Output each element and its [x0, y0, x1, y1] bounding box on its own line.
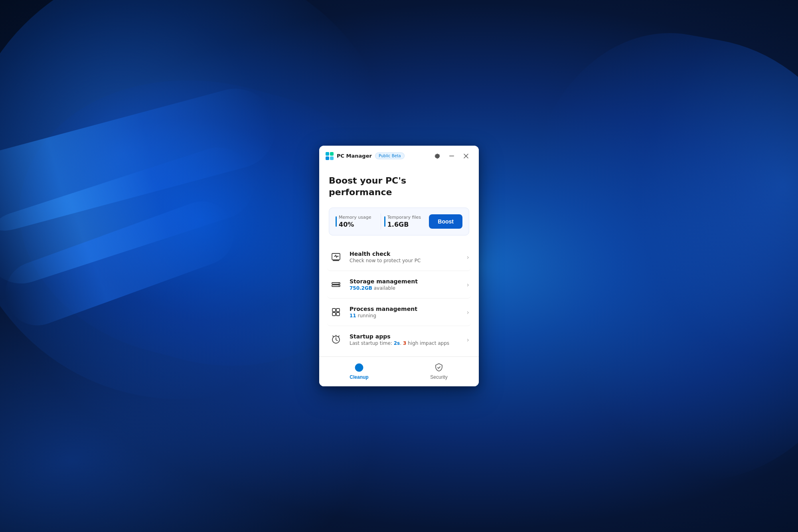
health-check-title: Health check: [350, 251, 460, 257]
memory-stat: Memory usage 40%: [336, 215, 377, 228]
storage-management-item[interactable]: Storage management 750.2GB available ›: [327, 271, 471, 299]
app-window: PC Manager Public Beta Bo: [319, 146, 479, 386]
security-icon: [434, 362, 444, 373]
close-button[interactable]: [460, 150, 472, 162]
process-management-title: Process management: [350, 306, 460, 312]
storage-management-text: Storage management 750.2GB available: [350, 278, 460, 291]
app-title: PC Manager: [337, 153, 372, 159]
temp-files-stat: Temporary files 1.6GB: [384, 215, 426, 228]
memory-label: Memory usage: [339, 215, 377, 220]
cleanup-icon: [354, 362, 364, 373]
svg-rect-8: [332, 312, 336, 316]
beta-badge: Public Beta: [375, 152, 405, 159]
startup-apps-chevron: ›: [467, 336, 469, 344]
svg-rect-0: [449, 156, 454, 156]
health-check-text: Health check Check now to protect your P…: [350, 251, 460, 263]
svg-rect-9: [336, 312, 340, 316]
logo-sq-2: [330, 152, 334, 156]
storage-available-suffix: available: [372, 285, 395, 291]
cleanup-label: Cleanup: [350, 374, 368, 380]
page-heading: Boost your PC's performance: [329, 175, 469, 198]
startup-apps-title: Startup apps: [350, 333, 460, 340]
process-running-suffix: running: [356, 313, 376, 318]
startup-impact-suffix: high impact apps: [406, 340, 449, 346]
process-management-text: Process management 11 running: [350, 306, 460, 318]
health-check-item[interactable]: Health check Check now to protect your P…: [327, 243, 471, 271]
security-label: Security: [430, 374, 447, 380]
svg-point-5: [338, 285, 339, 286]
logo-sq-3: [326, 156, 329, 160]
storage-management-icon: [329, 277, 343, 292]
startup-impact-count: 3: [403, 340, 406, 346]
startup-apps-text: Startup apps Last startup time: 2s. 3 hi…: [350, 333, 460, 346]
health-check-subtitle: Check now to protect your PC: [350, 258, 460, 263]
minimize-button[interactable]: [445, 150, 458, 162]
bottom-nav: Cleanup Security: [319, 356, 479, 386]
process-count: 11: [350, 313, 356, 318]
startup-prefix: Last startup time:: [350, 340, 394, 346]
tab-security[interactable]: Security: [399, 357, 479, 386]
health-check-icon: [329, 250, 343, 264]
boost-button[interactable]: Boost: [429, 214, 462, 229]
svg-rect-6: [332, 309, 336, 312]
app-logo-icon: [326, 152, 334, 160]
memory-value: 40%: [339, 221, 377, 228]
svg-point-11: [355, 364, 363, 372]
temp-files-value: 1.6GB: [387, 221, 426, 228]
temp-files-label: Temporary files: [387, 215, 426, 220]
logo-sq-4: [330, 156, 334, 160]
content-area: Boost your PC's performance Memory usage…: [319, 166, 479, 353]
title-bar-controls: [431, 150, 472, 162]
svg-point-4: [338, 283, 339, 284]
tab-cleanup[interactable]: Cleanup: [319, 357, 399, 386]
process-management-icon: [329, 305, 343, 319]
startup-apps-item[interactable]: Startup apps Last startup time: 2s. 3 hi…: [327, 326, 471, 353]
boost-panel: Memory usage 40% Temporary files 1.6GB B…: [329, 208, 469, 235]
storage-management-chevron: ›: [467, 281, 469, 289]
storage-management-subtitle: 750.2GB available: [350, 285, 460, 291]
logo-sq-1: [326, 152, 329, 156]
storage-management-title: Storage management: [350, 278, 460, 285]
health-check-chevron: ›: [467, 253, 469, 261]
process-management-subtitle: 11 running: [350, 313, 460, 318]
title-bar: PC Manager Public Beta: [319, 146, 479, 166]
menu-list: Health check Check now to protect your P…: [329, 243, 469, 353]
startup-apps-subtitle: Last startup time: 2s. 3 high impact app…: [350, 340, 460, 346]
svg-rect-7: [336, 309, 340, 312]
app-logo: PC Manager Public Beta: [326, 152, 405, 160]
startup-apps-icon: [329, 332, 343, 347]
process-management-item[interactable]: Process management 11 running ›: [327, 299, 471, 326]
process-management-chevron: ›: [467, 309, 469, 316]
stat-divider: [381, 214, 381, 229]
startup-time: 2s: [394, 340, 400, 346]
settings-button[interactable]: [431, 150, 444, 162]
storage-available-value: 750.2GB: [350, 285, 372, 291]
startup-separator: .: [400, 340, 403, 346]
